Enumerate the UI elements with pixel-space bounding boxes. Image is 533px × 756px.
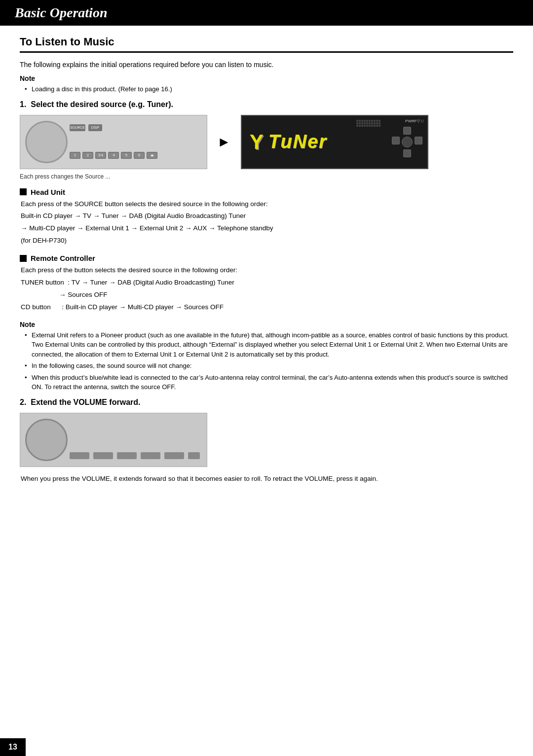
step2-btn-6 <box>188 452 200 459</box>
page-header: Basic Operation <box>0 0 533 26</box>
remote-controller-section: Remote Controller Each press of the butt… <box>20 254 513 313</box>
note-block-1: Note Loading a disc in this product. (Re… <box>20 74 513 94</box>
btn-3: 3·4 <box>95 152 106 159</box>
step2-section: 2. Extend the VOLUME forward. When you p… <box>20 398 513 484</box>
step1-arrow: ► <box>217 134 231 150</box>
head-unit-section: Head Unit Each press of the SOURCE butto… <box>20 188 513 247</box>
step2-btn-5 <box>164 452 184 459</box>
ctrl-up <box>403 127 411 135</box>
step2-device-image <box>20 413 207 467</box>
step1-caption: Each press changes the Source ... <box>20 173 513 180</box>
remote-text3: → Sources OFF <box>59 290 513 300</box>
section-title: To Listen to Music <box>20 36 513 53</box>
step1-images: SOURCE DISP 1 2 3·4 ·4 5 6 ⏏ ► PWRF▽ □ Y <box>20 115 513 169</box>
step2-btn-2 <box>93 452 113 459</box>
note2-item-1: External Unit refers to a Pioneer produc… <box>25 330 513 360</box>
btn-1: 1 <box>70 152 80 159</box>
remote-text4: CD button : Built-in CD player → Multi-C… <box>21 302 513 313</box>
pioneer-y-logo: Y <box>250 132 264 152</box>
remote-text1: Each press of the button selects the des… <box>21 265 513 276</box>
ctrl-left <box>392 137 400 144</box>
step2-btn-3 <box>117 452 137 459</box>
note-label-2: Note <box>20 321 513 328</box>
tuner-text-display: TuNer <box>268 131 327 152</box>
btn-eject: ⏏ <box>147 152 157 159</box>
step1-section: 1. Select the desired source (e.g. Tuner… <box>20 100 513 180</box>
remote-controller-heading: Remote Controller <box>20 254 513 262</box>
right-controls <box>392 127 422 157</box>
note-block-2: Note External Unit refers to a Pioneer p… <box>20 321 513 392</box>
step2-text: When you press the VOLUME, it extends fo… <box>21 474 513 484</box>
remote-controller-icon <box>20 255 27 262</box>
step2-btn-1 <box>70 452 89 459</box>
intro-text: The following explains the initial opera… <box>20 61 513 69</box>
remote-text2: TUNER button : TV → Tuner → DAB (Digital… <box>21 278 513 288</box>
page-title: Basic Operation <box>15 5 518 21</box>
head-unit-text2: Built-in CD player → TV → Tuner → DAB (D… <box>21 211 513 221</box>
head-unit-heading: Head Unit <box>20 188 513 196</box>
remote-controller-label: Remote Controller <box>31 254 95 262</box>
head-unit-text4: (for DEH-P730) <box>21 236 513 246</box>
step2-buttons <box>70 452 200 459</box>
head-unit-text1: Each press of the SOURCE button selects … <box>21 199 513 210</box>
device-image-left: SOURCE DISP 1 2 3·4 ·4 5 6 ⏏ <box>20 115 207 169</box>
step2-heading: 2. Extend the VOLUME forward. <box>20 398 513 407</box>
ctrl-down <box>403 149 411 157</box>
note2-item-2: In the following cases, the sound source… <box>25 361 513 371</box>
disp-button: DISP <box>88 124 102 131</box>
note-label-1: Note <box>20 74 513 82</box>
pwrf-label: PWRF▽ □ <box>405 119 423 123</box>
step2-btn-4 <box>141 452 160 459</box>
tuner-logo-area: Y TuNer <box>250 131 327 152</box>
head-unit-text3: → Multi-CD player → External Unit 1 → Ex… <box>21 223 513 234</box>
ctrl-right <box>415 137 422 144</box>
ctrl-center <box>402 137 413 147</box>
step1-heading: 1. Select the desired source (e.g. Tuner… <box>20 100 513 109</box>
btn-4: ·4 <box>108 152 119 159</box>
page-number: 13 <box>0 738 26 756</box>
display-image-right: PWRF▽ □ Y TuNer <box>241 115 428 169</box>
head-unit-icon <box>20 188 27 195</box>
note-item-1: Loading a disc in this product. (Refer t… <box>25 84 513 94</box>
head-unit-label: Head Unit <box>31 188 65 196</box>
btn-2: 2 <box>82 152 93 159</box>
btn-5: 5 <box>121 152 132 159</box>
source-button: SOURCE <box>70 124 85 131</box>
btn-6: 6 <box>134 152 145 159</box>
page-content: To Listen to Music The following explain… <box>0 36 533 512</box>
note2-item-3: When this product’s blue/white lead is c… <box>25 373 513 392</box>
device-buttons-row: 1 2 3·4 ·4 5 6 ⏏ <box>70 152 157 159</box>
